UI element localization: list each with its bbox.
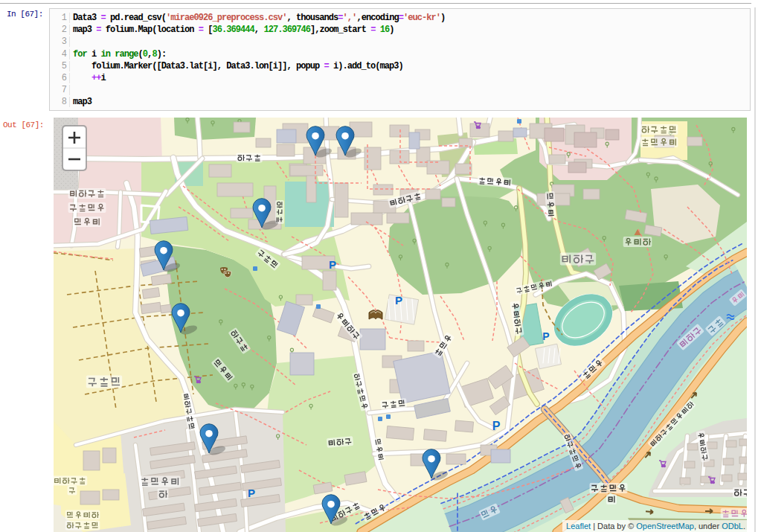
svg-text:P: P: [492, 420, 501, 432]
svg-text:P: P: [542, 330, 549, 342]
svg-text:P: P: [329, 258, 336, 271]
svg-text:Leaflet | Data by © OpenStreet: Leaflet | Data by © OpenStreetMap, under…: [566, 522, 745, 531]
svg-text:P: P: [395, 294, 402, 307]
svg-text:P: P: [248, 487, 255, 499]
